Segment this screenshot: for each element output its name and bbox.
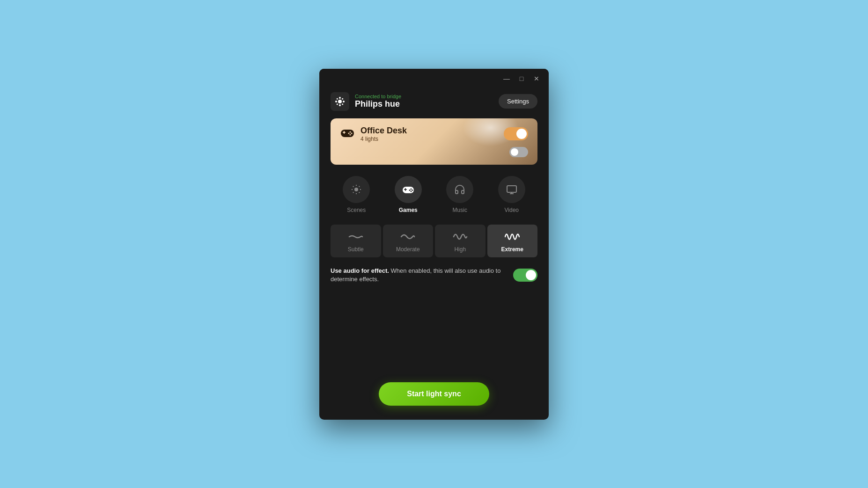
room-card: Office Desk 4 lights <box>331 118 537 165</box>
close-button[interactable]: ✕ <box>530 73 543 84</box>
intensity-subtle[interactable]: Subtle <box>331 225 381 257</box>
minimize-button[interactable]: — <box>500 73 513 84</box>
intensity-extreme[interactable]: Extreme <box>487 225 538 257</box>
video-icon-wrapper <box>498 176 525 203</box>
start-light-sync-button[interactable]: Start light sync <box>379 382 489 406</box>
tab-video[interactable]: Video <box>498 176 525 213</box>
header-left: Connected to bridge Philips hue <box>331 92 401 111</box>
connected-word: Connected <box>355 94 380 99</box>
music-label: Music <box>453 207 467 213</box>
room-secondary-toggle-slider <box>509 147 528 157</box>
games-icon-wrapper <box>395 176 422 203</box>
svg-point-8 <box>337 103 338 105</box>
intensity-moderate[interactable]: Moderate <box>383 225 434 257</box>
games-label: Games <box>399 207 418 213</box>
svg-point-22 <box>409 189 410 191</box>
svg-point-14 <box>348 133 350 134</box>
svg-point-3 <box>335 101 337 102</box>
svg-point-12 <box>350 131 351 133</box>
svg-point-7 <box>342 98 343 99</box>
moderate-label: Moderate <box>396 246 420 253</box>
settings-button[interactable]: Settings <box>499 94 537 109</box>
svg-point-13 <box>351 133 353 134</box>
svg-point-1 <box>339 97 341 99</box>
extreme-label: Extreme <box>501 246 523 253</box>
room-name: Office Desk <box>360 126 407 136</box>
start-button-container: Start light sync <box>319 382 549 406</box>
svg-point-2 <box>339 104 341 106</box>
room-card-top: Office Desk 4 lights <box>340 126 528 142</box>
svg-point-5 <box>337 98 338 99</box>
room-info: Office Desk 4 lights <box>360 126 407 142</box>
room-secondary-toggle[interactable] <box>509 147 528 157</box>
app-header: Connected to bridge Philips hue Settings <box>319 88 549 118</box>
maximize-button[interactable]: □ <box>515 73 528 84</box>
svg-point-4 <box>343 101 345 102</box>
audio-effect-toggle-slider <box>513 269 537 282</box>
audio-effect-toggle[interactable] <box>513 269 537 282</box>
connected-status: Connected to bridge <box>355 94 401 99</box>
svg-point-21 <box>412 189 413 191</box>
audio-effect-text: Use audio for effect. When enabled, this… <box>331 267 506 284</box>
audio-effect-row: Use audio for effect. When enabled, this… <box>331 267 537 284</box>
subtle-label: Subtle <box>348 246 364 253</box>
svg-point-15 <box>350 134 351 136</box>
room-toggle[interactable] <box>504 127 528 140</box>
connected-suffix: to bridge <box>380 94 401 99</box>
tab-music[interactable]: Music <box>446 176 473 213</box>
svg-point-23 <box>410 190 412 192</box>
svg-point-20 <box>410 188 412 189</box>
svg-rect-11 <box>344 131 345 134</box>
header-text: Connected to bridge Philips hue <box>355 94 401 109</box>
audio-effect-bold: Use audio for effect. <box>331 267 389 274</box>
music-icon-wrapper <box>446 176 473 203</box>
tab-scenes[interactable]: Scenes <box>343 176 370 213</box>
controller-icon <box>340 126 355 142</box>
video-label: Video <box>505 207 519 213</box>
lights-count: 4 lights <box>360 136 407 142</box>
svg-point-0 <box>338 100 342 103</box>
room-card-bottom <box>340 147 528 157</box>
svg-rect-24 <box>507 186 516 192</box>
title-bar: — □ ✕ <box>319 69 549 88</box>
tab-games[interactable]: Games <box>395 176 422 213</box>
high-label: High <box>454 246 466 253</box>
intensity-high[interactable]: High <box>435 225 485 257</box>
room-toggle-slider <box>504 127 528 140</box>
svg-point-16 <box>354 188 358 191</box>
hue-logo-icon <box>331 92 349 111</box>
room-left: Office Desk 4 lights <box>340 126 407 142</box>
intensity-row: Subtle Moderate High Extreme <box>331 225 537 257</box>
category-tabs: Scenes Games <box>319 165 549 217</box>
svg-rect-19 <box>405 188 406 191</box>
scenes-label: Scenes <box>347 207 366 213</box>
app-window: — □ ✕ Connected to b <box>319 69 549 420</box>
bridge-name: Philips hue <box>355 99 401 109</box>
svg-point-6 <box>342 103 343 105</box>
scenes-icon-wrapper <box>343 176 370 203</box>
